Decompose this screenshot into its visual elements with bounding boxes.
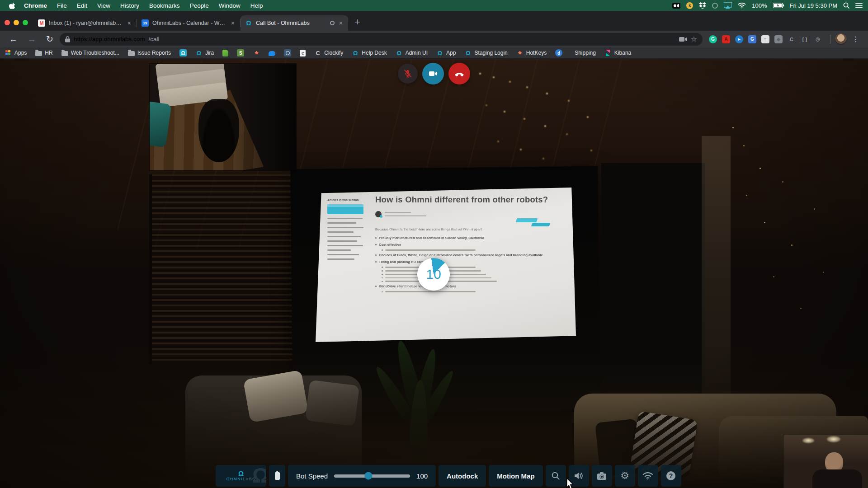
bookmark-doc-c[interactable] (300, 50, 306, 56)
bookmark-ohmni-square[interactable] (179, 49, 187, 56)
close-tab-icon[interactable]: × (127, 19, 132, 27)
wifi-status-icon[interactable] (738, 2, 746, 9)
profile-avatar[interactable] (835, 33, 847, 45)
menu-help[interactable]: Help (250, 2, 263, 9)
shield-extension-icon[interactable]: ◆ (774, 35, 783, 43)
clipboard-extension-icon[interactable]: ≡ (761, 35, 769, 43)
minimize-window-button[interactable] (14, 20, 19, 25)
bookmark-kibana[interactable]: Kibana (604, 49, 631, 56)
screen-record-icon[interactable] (672, 2, 680, 9)
robot-video-feed[interactable]: Articles in this section How is Ohmni di… (0, 59, 868, 488)
google-translate-extension-icon[interactable]: G (748, 35, 756, 43)
ring-extension-icon[interactable]: ◎ (814, 35, 822, 43)
wifi-status-button[interactable] (638, 465, 658, 487)
mute-microphone-button[interactable] (398, 64, 418, 84)
dropbox-status-icon[interactable] (699, 2, 706, 9)
back-button[interactable]: ← (5, 35, 21, 43)
zoom-window-button[interactable] (23, 20, 28, 25)
bot-speed-slider[interactable] (334, 474, 410, 478)
grammarly-extension-icon[interactable]: G (709, 35, 717, 43)
bookmark-app[interactable]: App (436, 49, 456, 56)
loom-extension-icon[interactable]: ▸ (735, 35, 743, 43)
clock-icon (284, 49, 291, 56)
menu-list-icon[interactable] (855, 2, 863, 9)
brackets-extension-icon[interactable]: [ ] (801, 35, 809, 43)
doc-blurred-line (382, 274, 556, 275)
menu-edit[interactable]: Edit (77, 2, 87, 9)
menu-view[interactable]: View (97, 2, 110, 9)
countdown-value: 10 (426, 267, 441, 282)
tab-call-bot-active[interactable]: Ω Call Bot - OhmniLabs × (241, 15, 348, 31)
bot-speed-slider-thumb[interactable] (364, 472, 372, 480)
autodock-button[interactable]: Autodock (439, 465, 486, 487)
zoom-search-button[interactable] (546, 465, 566, 487)
folder-icon (128, 51, 135, 56)
toggle-video-button[interactable] (422, 63, 444, 84)
bookmark-label: Shipping (575, 50, 596, 56)
bookmark-apps[interactable]: Apps (5, 49, 27, 56)
bookmark-help-desk[interactable]: Help Desk (352, 49, 387, 56)
close-window-button[interactable] (5, 20, 10, 25)
doc-bullets: Proudly manufactured and assembled in Si… (375, 236, 556, 292)
motion-map-button[interactable]: Motion Map (489, 465, 542, 487)
bookmark-star-icon[interactable]: ☆ (691, 35, 697, 43)
bookmark-chat[interactable] (269, 50, 275, 56)
doc-blurred-line (382, 270, 556, 272)
forward-button[interactable]: → (24, 35, 40, 43)
bookmark-web-troubleshoot[interactable]: Web Troubleshoot... (61, 50, 119, 56)
menu-chrome[interactable]: Chrome (24, 2, 47, 9)
settings-button[interactable]: ⚙ (615, 465, 635, 487)
menu-file[interactable]: File (57, 2, 67, 9)
doc-main: How is Ohmni different from other robots… (375, 195, 556, 295)
bookmark-shipping[interactable]: Shipping (571, 49, 596, 56)
address-bar[interactable]: https://app.ohmnilabs.com/call ☆ (60, 33, 703, 46)
battery-charging-icon[interactable] (773, 2, 784, 9)
camera-in-use-icon[interactable] (679, 37, 687, 42)
speaker-icon (574, 471, 584, 480)
bookmark-clockify[interactable]: Clockify (314, 49, 343, 56)
k-app-status-icon[interactable]: k (686, 2, 693, 9)
tab-calendar[interactable]: 19 OhmniLabs - Calendar - Week × (137, 15, 240, 31)
hubspot-icon (253, 49, 260, 56)
spotlight-search-icon[interactable] (843, 2, 849, 9)
c-dial-extension-icon[interactable]: C (788, 35, 796, 43)
bookmark-d-circle[interactable] (555, 49, 562, 56)
doc-blurred-line (382, 249, 556, 251)
bookmark-jira[interactable]: Jira (195, 49, 214, 56)
help-button[interactable]: ? (661, 465, 681, 487)
bookmark-clock[interactable] (284, 49, 291, 56)
bookmark-hubspot[interactable] (253, 49, 260, 56)
bookmark-admin-ui[interactable]: Admin UI (396, 49, 428, 56)
close-tab-icon[interactable]: × (338, 19, 344, 27)
end-call-button[interactable] (448, 63, 470, 84)
close-tab-icon[interactable]: × (230, 19, 236, 27)
adobe-extension-icon[interactable]: A (722, 35, 730, 43)
menu-bar-clock[interactable]: Fri Jul 19 5:30 PM (790, 2, 838, 9)
snapshot-button[interactable] (592, 465, 612, 487)
bookmarks-bar-items: AppsHRWeb Troubleshoot...Issue ReportsJi… (5, 49, 631, 56)
chrome-menu-icon[interactable]: ⋮ (849, 35, 863, 43)
airplay-display-icon[interactable] (724, 2, 732, 9)
bookmark-shopify[interactable] (237, 49, 244, 56)
menu-items: ChromeFileEditViewHistoryBookmarksPeople… (24, 2, 263, 9)
menu-bookmarks[interactable]: Bookmarks (149, 2, 180, 9)
new-tab-button[interactable]: + (348, 16, 368, 31)
bookmark-hr[interactable]: HR (35, 50, 52, 56)
bookmark-label: Apps (14, 50, 27, 56)
ohmni-omega-icon: Ω (238, 470, 244, 477)
spiral-status-icon[interactable] (712, 3, 718, 9)
bookmark-issue-reports[interactable]: Issue Reports (128, 50, 171, 56)
bookmark-staging-login[interactable]: Staging Login (464, 49, 507, 56)
end-call-icon (453, 68, 465, 80)
reload-button[interactable]: ↻ (42, 35, 57, 43)
menu-history[interactable]: History (120, 2, 139, 9)
tab-gmail-inbox[interactable]: M Inbox (1) - ryan@ohmnilabs.co × (33, 15, 137, 31)
doc-bullet: Cost effective (375, 243, 556, 247)
bookmark-evernote[interactable] (222, 50, 228, 56)
menu-window[interactable]: Window (219, 2, 241, 9)
ohmni-icon (352, 49, 359, 56)
kibana-icon (604, 49, 612, 56)
apple-menu-icon[interactable] (9, 2, 16, 9)
menu-people[interactable]: People (190, 2, 209, 9)
bookmark-hotkeys[interactable]: HotKeys (516, 49, 547, 56)
